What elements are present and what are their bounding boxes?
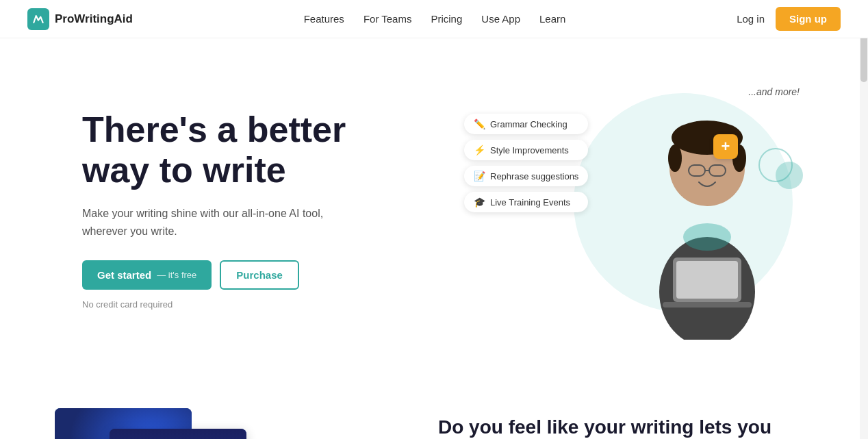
lower-title: Do you feel like your writing lets you d… [438, 415, 813, 439]
image-front [110, 429, 246, 439]
lower-right: Do you feel like your writing lets you d… [383, 408, 813, 439]
person-illustration [635, 100, 779, 340]
nav-for-teams[interactable]: For Teams [363, 13, 412, 25]
signup-button[interactable]: Sign up [776, 7, 841, 31]
hero-subtitle: Make your writing shine with our all-in-… [82, 205, 356, 240]
svg-rect-9 [676, 261, 738, 299]
plus-badge: + [713, 134, 738, 159]
lightning-icon: ⚡ [474, 145, 485, 155]
decorative-teal-dot [776, 162, 803, 189]
person-svg [635, 100, 779, 340]
hero-section: There's a better way to write Make your … [0, 38, 868, 381]
nav-use-app[interactable]: Use App [481, 13, 520, 25]
chip-grammar: ✏️ Grammar Checking [464, 114, 588, 134]
image-stack: My idea in my head [55, 408, 288, 439]
svg-point-3 [668, 145, 682, 172]
logo-icon [27, 8, 49, 30]
hero-illustration: ✏️ Grammar Checking ⚡ Style Improvements… [457, 79, 813, 340]
brand-name: ProWritingAid [55, 12, 133, 26]
nav-learn[interactable]: Learn [539, 13, 565, 25]
hero-title: There's a better way to write [82, 110, 411, 192]
no-credit-card-text: No credit card required [82, 299, 411, 310]
brand-logo-link[interactable]: ProWritingAid [27, 8, 133, 30]
swirly-pattern [110, 429, 246, 439]
note-icon: 📝 [474, 171, 485, 181]
lower-section: My idea in my head Do you feel like your… [0, 381, 868, 439]
feature-chips: ✏️ Grammar Checking ⚡ Style Improvements… [464, 114, 588, 212]
more-label: ...and more! [748, 86, 800, 97]
login-link[interactable]: Log in [737, 13, 765, 25]
hero-buttons: Get started — it's free Purchase [82, 260, 411, 290]
purchase-button[interactable]: Purchase [220, 260, 299, 290]
chip-rephrase: 📝 Rephrase suggestions [464, 166, 588, 186]
nav-features[interactable]: Features [304, 13, 344, 25]
chip-style: ⚡ Style Improvements [464, 140, 588, 160]
nav-links: Features For Teams Pricing Use App Learn [304, 13, 566, 25]
nav-pricing[interactable]: Pricing [431, 13, 462, 25]
scrollbar-track[interactable] [860, 0, 868, 439]
chip-training: 🎓 Live Training Events [464, 192, 588, 212]
pencil-icon: ✏️ [474, 118, 485, 129]
get-started-button[interactable]: Get started — it's free [82, 260, 212, 290]
hero-left: There's a better way to write Make your … [82, 110, 411, 310]
lower-left: My idea in my head [55, 408, 383, 439]
logo-svg [31, 12, 45, 26]
svg-point-11 [683, 223, 731, 251]
nav-actions: Log in Sign up [737, 7, 841, 31]
mortar-icon: 🎓 [474, 197, 485, 208]
navbar: ProWritingAid Features For Teams Pricing… [0, 0, 868, 38]
svg-rect-10 [663, 302, 752, 308]
